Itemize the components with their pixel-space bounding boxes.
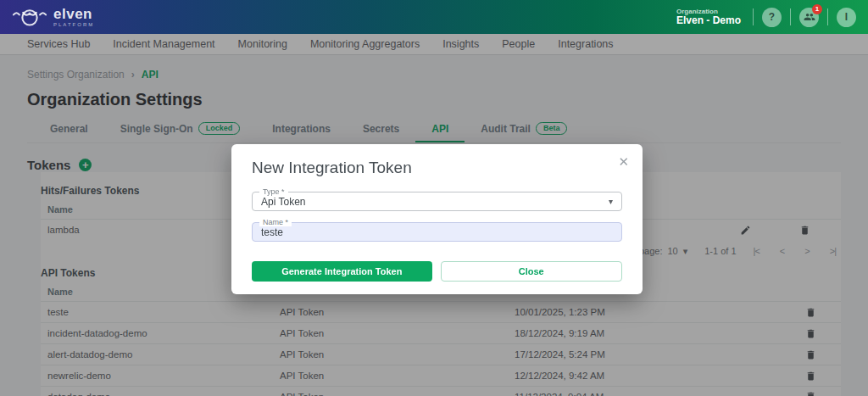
generate-integration-token-button[interactable]: Generate Integration Token xyxy=(252,261,432,282)
close-icon: ✕ xyxy=(618,154,629,169)
help-icon: ? xyxy=(769,11,775,23)
brand-logo[interactable]: elven PLATFORM xyxy=(12,6,94,28)
user-avatar[interactable]: I xyxy=(837,8,856,27)
logo-text: elven xyxy=(53,7,94,21)
owl-logo-icon xyxy=(12,6,47,28)
caret-down-icon: ▾ xyxy=(609,197,613,206)
dialog-title: New Integration Token xyxy=(252,159,622,177)
header-divider xyxy=(753,8,754,25)
people-notifications-button[interactable]: 1 xyxy=(799,8,819,27)
organization-switcher[interactable]: Organization Elven - Demo xyxy=(676,8,741,27)
help-button[interactable]: ? xyxy=(762,8,782,27)
new-integration-token-dialog: New Integration Token ✕ Type * Api Token… xyxy=(231,144,643,294)
header-divider xyxy=(827,8,828,25)
close-button[interactable]: Close xyxy=(441,261,623,282)
avatar-initial: I xyxy=(845,11,848,23)
type-label: Type * xyxy=(259,187,288,196)
organization-name: Elven - Demo xyxy=(676,15,741,27)
type-select[interactable]: Type * Api Token ▾ xyxy=(252,192,622,211)
name-input[interactable] xyxy=(261,226,613,238)
notification-badge: 1 xyxy=(812,4,822,14)
type-value: Api Token xyxy=(261,196,609,208)
app-header: elven PLATFORM Organization Elven - Demo… xyxy=(0,0,868,34)
name-label: Name * xyxy=(259,218,292,226)
name-field-wrap: Name * xyxy=(252,222,622,242)
header-divider xyxy=(790,8,791,25)
close-dialog-button[interactable]: ✕ xyxy=(618,155,629,168)
logo-subtext: PLATFORM xyxy=(53,22,94,27)
